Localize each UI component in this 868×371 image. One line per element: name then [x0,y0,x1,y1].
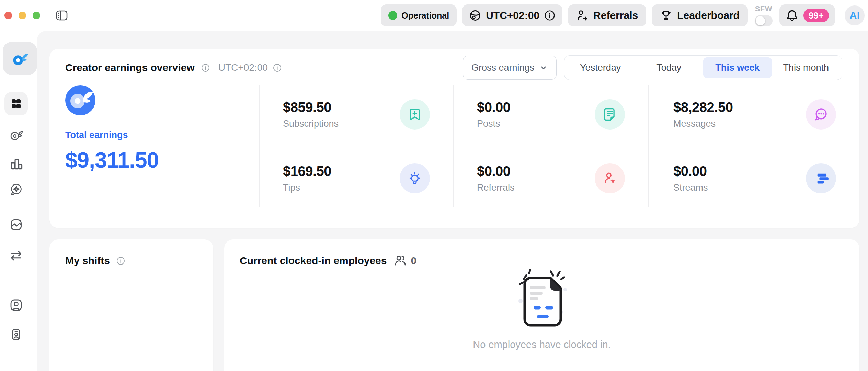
main-content: Creator earnings overview UTC+02:00 Gros… [37,31,868,371]
bookmark-plus-icon [407,107,422,122]
topbar: Operational UTC+02:00 Referrals [0,0,868,31]
person-star-icon [602,171,617,186]
referrals-button[interactable]: Referrals [568,4,646,26]
app-body: Creator earnings overview UTC+02:00 Gros… [0,31,868,371]
stats-column: $8,282.50 Messages [648,85,859,207]
earnings-stats-row: Total earnings $9,311.50 $859.50 Subscri… [49,85,859,207]
stat-label: Streams [673,182,708,193]
info-icon [273,63,282,72]
shifts-info-button[interactable] [116,256,125,266]
referrals-label: Referrals [593,10,638,21]
topbar-actions: Operational UTC+02:00 Referrals [381,4,865,26]
sidebar-toggle-button[interactable] [56,10,68,21]
leaderboard-button[interactable]: Leaderboard [652,4,748,26]
clocked-in-card: Current clocked-in employees 0 [224,239,859,371]
stat-subscriptions: $859.50 Subscriptions [283,85,453,144]
media-image-icon [9,218,23,232]
stat-streams: $0.00 Streams [673,149,859,207]
empty-state: No employees have clocked in. [224,268,859,350]
tab-today[interactable]: Today [635,57,704,78]
chevron-down-icon [539,63,548,72]
notification-badge: 99+ [803,9,829,22]
sidebar-divider [4,279,29,279]
people-icon [393,254,407,268]
chat-dots-icon [813,106,829,122]
tab-this-month[interactable]: This month [772,57,841,78]
bell-icon [786,9,799,22]
info-icon [201,63,210,72]
transactions-transfer-icon [9,248,23,263]
brand-logo-icon [11,49,29,67]
status-dot-icon [388,11,397,20]
dashboard-grid-icon [10,98,22,110]
streams-bubble [806,163,836,193]
leaderboard-label: Leaderboard [677,10,740,21]
sidebar-item-brand-home[interactable] [3,42,37,75]
total-earnings-block: Total earnings $9,311.50 [49,85,259,207]
clocked-in-title: Current clocked-in employees [240,255,387,267]
stats-column: $0.00 Posts $0.00 [453,85,648,207]
total-earnings-label: Total earnings [65,130,259,140]
globe-icon [469,9,481,22]
zoom-window-button[interactable] [33,12,40,19]
sfw-label: SFW [755,4,772,13]
notifications-button[interactable]: 99+ [779,4,835,26]
sidebar-item-transactions[interactable] [9,249,23,262]
earnings-info-button[interactable] [201,63,210,72]
user-avatar[interactable]: AI [845,5,865,25]
sidebar-item-creator[interactable] [9,128,23,142]
sidebar-item-statistics[interactable] [9,157,23,171]
onlyfans-outline-icon [9,127,23,142]
stat-value: $0.00 [477,164,515,179]
sfw-toggle-group: SFW [753,4,774,26]
sidebar-item-employees[interactable] [9,328,23,341]
stat-referrals: $0.00 Referrals [477,149,648,207]
brand-logo-circle-icon [65,85,95,115]
sidebar-item-media[interactable] [9,218,23,232]
stat-value: $8,282.50 [673,100,733,115]
sidebar-item-ai-chat[interactable] [9,183,23,196]
chat-sparkle-icon [9,182,23,197]
timezone-button[interactable]: UTC+02:00 [462,4,562,26]
sfw-toggle-knob [756,16,765,25]
earnings-type-selected: Gross earnings [471,63,534,73]
stat-value: $0.00 [477,100,511,115]
tab-yesterday[interactable]: Yesterday [566,57,635,78]
status-badge[interactable]: Operational [381,4,457,26]
shifts-header: My shifts [49,239,213,268]
timezone-info-button[interactable] [273,63,282,72]
clocked-in-count: 0 [411,255,416,267]
total-earnings-value: $9,311.50 [65,147,259,173]
earnings-type-dropdown[interactable]: Gross earnings [463,56,557,80]
stat-label: Subscriptions [283,119,339,129]
stat-tips: $169.50 Tips [283,149,453,207]
stat-value: $169.50 [283,164,331,179]
panel-toggle-icon [56,10,68,21]
bottom-row: My shifts Current clocked-in employees [49,239,859,371]
earnings-timezone: UTC+02:00 [218,62,268,73]
info-icon [544,10,556,21]
tab-this-week[interactable]: This week [703,57,772,78]
earnings-title: Creator earnings overview [65,62,195,74]
stat-posts: $0.00 Posts [477,85,648,144]
lightbulb-icon [407,171,422,186]
status-label: Operational [401,11,449,21]
stat-value: $0.00 [673,164,708,179]
stat-label: Referrals [477,182,515,193]
empty-document-illustration [507,268,576,334]
trophy-icon [660,9,672,22]
stats-column: $859.50 Subscriptions $169.50 [259,85,453,207]
info-icon [116,256,125,266]
empty-state-message: No employees have clocked in. [473,339,610,350]
minimize-window-button[interactable] [19,12,26,19]
window-controls [4,12,40,19]
close-window-button[interactable] [4,12,12,19]
employee-badge-icon [9,328,23,341]
sidebar [0,31,37,371]
shifts-title: My shifts [65,255,110,267]
sfw-toggle[interactable] [755,15,773,26]
avatar-initials: AI [849,10,860,21]
sidebar-item-account[interactable] [9,298,23,312]
sidebar-item-dashboard[interactable] [4,92,28,115]
tips-bubble [400,163,430,193]
